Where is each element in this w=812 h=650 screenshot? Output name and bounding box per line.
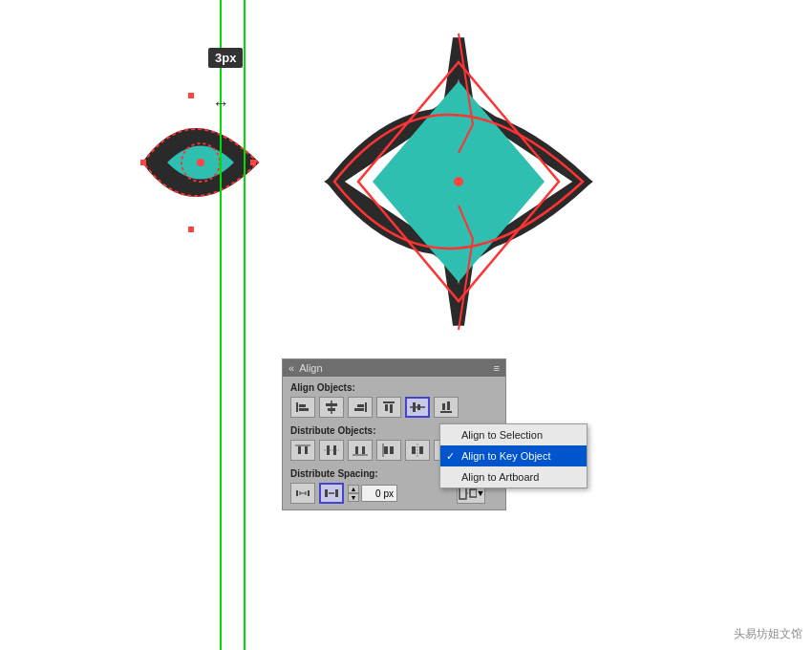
svg-rect-33 (362, 446, 365, 454)
svg-rect-21 (417, 404, 420, 410)
svg-rect-26 (298, 446, 301, 454)
distribute-spacing-label: Distribute Spacing: (290, 468, 397, 479)
align-objects-label: Align Objects: (290, 382, 498, 393)
svg-rect-20 (413, 402, 416, 412)
svg-rect-7 (296, 402, 298, 412)
svg-rect-18 (390, 404, 393, 413)
panel-titlebar: « Align ≡ (283, 359, 505, 377)
svg-rect-38 (412, 446, 416, 454)
align-to-artboard-label: Align to Artboard (461, 471, 539, 483)
check-icon: ✓ (446, 450, 455, 463)
svg-rect-23 (442, 403, 445, 410)
svg-rect-44 (308, 490, 310, 496)
svg-rect-51 (459, 488, 466, 499)
dist-spacing-left-btn[interactable] (290, 483, 315, 504)
align-to-selection-item[interactable]: Align to Selection (440, 424, 587, 445)
panel-title: Align (299, 362, 322, 374)
svg-rect-8 (299, 404, 306, 407)
px-label: 3px (208, 48, 243, 68)
svg-rect-9 (299, 408, 309, 411)
svg-rect-22 (440, 411, 452, 413)
svg-rect-27 (305, 446, 308, 454)
svg-rect-15 (354, 408, 364, 411)
dist-bottom-btn[interactable] (348, 440, 373, 461)
canvas-area: 3px ↔ (0, 0, 812, 650)
align-to-key-object-item[interactable]: ✓ Align to Key Object (440, 445, 587, 466)
panel-menu-icon[interactable]: ≡ (494, 362, 500, 374)
panel-double-arrow[interactable]: « (288, 362, 294, 374)
align-to-artboard-item[interactable]: Align to Artboard (440, 466, 587, 488)
align-to-dropdown: Align to Selection ✓ Align to Key Object… (439, 423, 588, 488)
dist-center-v-btn[interactable] (319, 440, 344, 461)
watermark: 头易坊姐文馆 (734, 626, 802, 642)
artwork-svg (124, 29, 659, 335)
spacing-input[interactable] (361, 485, 397, 502)
svg-rect-36 (390, 446, 394, 454)
dist-left-btn[interactable] (376, 440, 401, 461)
align-center-h-btn[interactable] (319, 397, 344, 418)
spacing-input-group: ▲ ▼ (348, 485, 397, 502)
svg-rect-17 (385, 404, 388, 411)
arrow-indicator: ↔ (212, 94, 229, 114)
spinner-up[interactable]: ▲ (348, 485, 359, 493)
dist-top-btn[interactable] (290, 440, 315, 461)
align-bottom-btn[interactable] (434, 397, 459, 418)
align-center-v-btn[interactable] (405, 397, 430, 418)
svg-point-1 (197, 159, 204, 166)
svg-rect-3 (250, 160, 256, 165)
svg-point-6 (454, 177, 463, 186)
dist-spacing-active-btn[interactable] (319, 483, 344, 504)
svg-rect-32 (355, 446, 358, 454)
align-to-selection-label: Align to Selection (461, 429, 543, 441)
svg-rect-35 (384, 446, 388, 454)
align-left-btn[interactable] (290, 397, 315, 418)
svg-rect-30 (333, 445, 336, 455)
svg-rect-39 (419, 446, 423, 454)
guide-line-right (244, 0, 246, 650)
align-objects-buttons (290, 397, 498, 418)
svg-rect-5 (188, 227, 194, 232)
dist-center-h-btn[interactable] (405, 440, 430, 461)
svg-rect-29 (327, 445, 330, 455)
align-to-key-object-label: Align to Key Object (461, 450, 551, 462)
svg-rect-11 (326, 403, 337, 406)
align-right-btn[interactable] (348, 397, 373, 418)
svg-rect-24 (447, 401, 450, 410)
svg-rect-14 (357, 404, 364, 407)
svg-rect-48 (325, 489, 328, 497)
svg-rect-4 (188, 93, 194, 98)
svg-rect-2 (140, 160, 146, 165)
svg-rect-49 (335, 489, 338, 497)
spinner-down[interactable]: ▼ (348, 493, 359, 502)
align-top-btn[interactable] (376, 397, 401, 418)
svg-rect-12 (328, 408, 335, 411)
svg-rect-43 (296, 490, 298, 496)
svg-rect-13 (365, 402, 367, 412)
svg-rect-16 (383, 401, 395, 403)
